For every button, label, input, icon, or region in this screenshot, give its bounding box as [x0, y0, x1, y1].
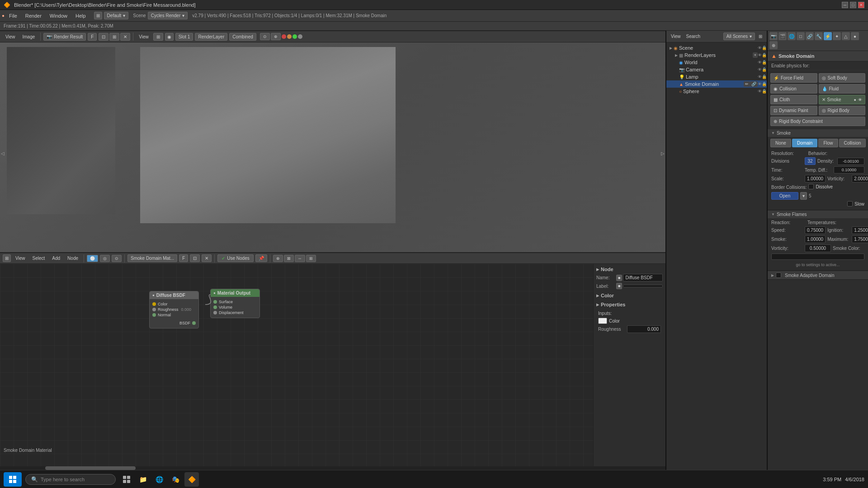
- particles-icon[interactable]: ✦: [833, 32, 841, 40]
- cloth-btn[interactable]: ▦ Cloth: [770, 95, 817, 104]
- sd-link-btn[interactable]: 🔗: [750, 81, 758, 87]
- adaptive-checkbox[interactable]: [776, 272, 781, 278]
- smoke-tab-flow[interactable]: Flow: [818, 139, 838, 147]
- material-output-node[interactable]: ● Material Output Surface Vol: [210, 289, 260, 318]
- ne-view-btn[interactable]: View: [13, 255, 28, 262]
- material-icon[interactable]: ●: [851, 32, 859, 40]
- object-props-icon[interactable]: □: [797, 32, 805, 40]
- minimize-btn[interactable]: ─: [842, 2, 848, 8]
- ne-select-btn[interactable]: Select: [30, 255, 48, 262]
- zoom-100-btn[interactable]: ↔: [295, 255, 305, 262]
- cam-vis1[interactable]: 👁: [758, 67, 762, 72]
- rl-vis1[interactable]: 👁: [758, 53, 762, 57]
- render-props-icon[interactable]: 📷: [769, 32, 778, 40]
- scene-vis2[interactable]: 🔒: [762, 46, 767, 50]
- dynamic-paint-btn[interactable]: ⊡ Dynamic Paint: [770, 106, 817, 115]
- menu-render[interactable]: Render: [22, 12, 45, 19]
- cam-vis2[interactable]: 🔒: [762, 67, 767, 72]
- smoke-tab-none[interactable]: None: [770, 139, 791, 147]
- hscrollbar[interactable]: [0, 466, 665, 470]
- label-input[interactable]: [623, 285, 663, 287]
- f-btn2[interactable]: F: [179, 254, 188, 262]
- texture-btn[interactable]: ⊙: [112, 255, 122, 262]
- ne-node-btn[interactable]: Node: [65, 255, 81, 262]
- smoke-flames-label[interactable]: ▼ Smoke Flames: [768, 210, 868, 218]
- grid2-btn[interactable]: ⊞: [306, 255, 316, 262]
- view-btn2[interactable]: ⊙: [260, 33, 270, 40]
- ne-add-btn[interactable]: Add: [49, 255, 63, 262]
- smoke-val-input[interactable]: 1.00000: [805, 235, 826, 243]
- rl-vis2[interactable]: 🔒: [762, 53, 767, 57]
- dissolve-checkbox[interactable]: [808, 184, 814, 189]
- vt-image-btn[interactable]: Image: [20, 33, 38, 40]
- icon-slot[interactable]: ◉: [165, 33, 174, 41]
- smoke-tab-collision[interactable]: Collision: [839, 139, 866, 147]
- rigid-body-constraint-btn[interactable]: ⊕ Rigid Body Constraint: [770, 117, 865, 126]
- ne-icon2[interactable]: ✕: [202, 254, 212, 262]
- taskbar-file-explorer[interactable]: 📁: [136, 472, 150, 487]
- data-icon[interactable]: △: [842, 32, 850, 40]
- zoom-extend-btn[interactable]: ⊕: [273, 255, 283, 262]
- slot-select[interactable]: Slot 1: [175, 33, 193, 41]
- speed-input[interactable]: 0.75000: [805, 226, 826, 234]
- scene-props-icon[interactable]: 🎬: [778, 32, 787, 40]
- close-render-btn[interactable]: ✕: [120, 33, 130, 41]
- rigid-body-btn[interactable]: ◎ Rigid Body: [819, 106, 866, 115]
- open-dropdown[interactable]: ▾: [800, 192, 807, 200]
- tree-row-lamp[interactable]: 💡 Lamp 👁 🔒: [666, 73, 767, 80]
- tree-row-renderlayers[interactable]: ▶ ▦ RenderLayers + 👁 🔒: [666, 52, 767, 59]
- smoke-btn[interactable]: ✕ Smoke ● 👁: [819, 95, 866, 104]
- tree-row-world[interactable]: ◉ World 👁 🔒: [666, 59, 767, 66]
- temp-diff-input[interactable]: 0.10000: [834, 166, 864, 174]
- smoke-color-input[interactable]: [771, 253, 864, 260]
- modifiers-icon[interactable]: 🔧: [815, 32, 823, 40]
- taskbar-blender[interactable]: 🔶: [184, 472, 199, 487]
- render-result-select[interactable]: 📷 Render Result: [43, 33, 86, 41]
- smoke-tab-domain[interactable]: Domain: [792, 139, 817, 147]
- sd-edit-btn[interactable]: ✏: [744, 81, 750, 87]
- vorticity-input[interactable]: 2.00000: [852, 175, 868, 183]
- ne-icon1[interactable]: ⊡: [190, 254, 200, 262]
- hscrollbar-thumb[interactable]: [45, 466, 136, 470]
- menu-file[interactable]: File: [5, 12, 21, 19]
- sphere-vis1[interactable]: 👁: [758, 89, 762, 94]
- tree-row-camera[interactable]: 📷 Camera 👁 🔒: [666, 66, 767, 73]
- render-viewport[interactable]: View Image 📷 Render Result F ⊡ ⊞ ✕ View …: [0, 31, 665, 252]
- combined-select[interactable]: Combined: [229, 33, 256, 41]
- pin-btn[interactable]: 📌: [255, 254, 267, 262]
- ignition-input[interactable]: 1.25000: [852, 226, 868, 234]
- sphere-vis2[interactable]: 🔒: [762, 89, 767, 94]
- all-scenes-dropdown[interactable]: All Scenes ▾: [723, 33, 755, 40]
- vt-view-btn[interactable]: View: [3, 33, 18, 40]
- start-btn[interactable]: [4, 472, 22, 487]
- scene-view-btn[interactable]: View: [669, 33, 683, 40]
- taskbar-chrome[interactable]: 🌐: [152, 472, 166, 487]
- scene-vis1[interactable]: 👁: [758, 46, 762, 50]
- tree-row-scene[interactable]: ▶ ◉ Scene 👁 🔒: [666, 44, 767, 52]
- workspace-layout-dropdown[interactable]: Default▾: [104, 12, 129, 19]
- texture-icon[interactable]: ⊕: [769, 41, 778, 49]
- world-vis2[interactable]: 🔒: [762, 60, 767, 65]
- sd-vis1[interactable]: 👁: [758, 82, 762, 86]
- transform-btn[interactable]: ⊕: [271, 33, 281, 40]
- close-btn[interactable]: ✕: [858, 2, 864, 8]
- tree-row-smoke-domain[interactable]: ▲ Smoke Domain ✏ 🔗 👁 🔒: [666, 80, 767, 88]
- grid-btn[interactable]: ⊞: [153, 33, 163, 41]
- icon2-btn[interactable]: ⊞: [109, 33, 119, 41]
- icon1-btn[interactable]: ⊡: [99, 33, 108, 41]
- compositor-btn[interactable]: ◎: [100, 255, 110, 262]
- maximize-btn[interactable]: □: [850, 2, 856, 8]
- engine-dropdown[interactable]: Cycles Render▾: [148, 12, 188, 19]
- color-swatch[interactable]: [598, 318, 607, 324]
- world-vis1[interactable]: 👁: [758, 60, 762, 65]
- menu-help[interactable]: Help: [72, 12, 90, 19]
- diffuse-bsdf-node[interactable]: ● Diffuse BSDF Color Roughnes: [149, 291, 199, 328]
- lamp-vis2[interactable]: 🔒: [762, 75, 767, 79]
- material-select[interactable]: Smoke Domain Mat...: [127, 254, 177, 262]
- ne-grid-btn[interactable]: ⊞: [3, 254, 11, 262]
- world-props-icon[interactable]: 🌐: [788, 32, 796, 40]
- density-input[interactable]: -0.00100: [837, 158, 864, 165]
- f-btn[interactable]: F: [88, 33, 97, 41]
- menu-window[interactable]: Window: [46, 12, 71, 19]
- shader-nodes-btn[interactable]: ⚪: [87, 255, 98, 262]
